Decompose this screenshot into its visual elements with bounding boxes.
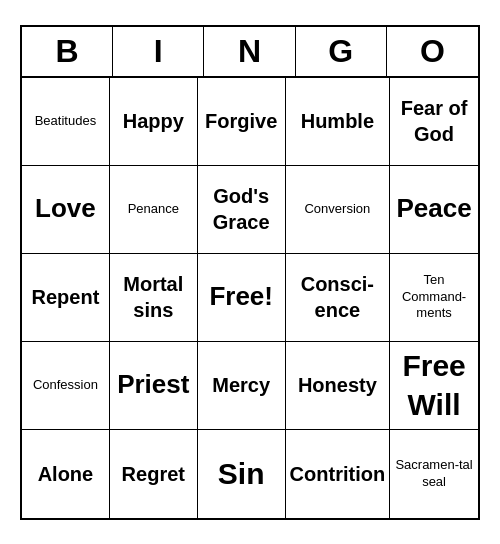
bingo-cell: Alone <box>22 430 110 518</box>
bingo-cell: Mercy <box>198 342 286 430</box>
bingo-cell: Free! <box>198 254 286 342</box>
bingo-cell: Priest <box>110 342 198 430</box>
bingo-header: BINGO <box>22 27 478 78</box>
bingo-cell: Sacramen-tal seal <box>390 430 478 518</box>
bingo-cell: Free Will <box>390 342 478 430</box>
bingo-cell: Peace <box>390 166 478 254</box>
bingo-cell: Sin <box>198 430 286 518</box>
cell-text: Sin <box>218 454 265 493</box>
cell-text: Penance <box>128 201 179 218</box>
cell-text: God's Grace <box>202 183 281 235</box>
header-letter: B <box>22 27 113 76</box>
header-letter: I <box>113 27 204 76</box>
cell-text: Contrition <box>290 461 386 487</box>
cell-text: Sacramen-tal seal <box>394 457 474 491</box>
bingo-cell: Happy <box>110 78 198 166</box>
bingo-cell: Forgive <box>198 78 286 166</box>
cell-text: Forgive <box>205 108 277 134</box>
bingo-cell: Consci-ence <box>286 254 391 342</box>
cell-text: Repent <box>32 284 100 310</box>
cell-text: Ten Command-ments <box>394 272 474 323</box>
cell-text: Humble <box>301 108 374 134</box>
bingo-cell: Honesty <box>286 342 391 430</box>
cell-text: Honesty <box>298 372 377 398</box>
bingo-cell: Conversion <box>286 166 391 254</box>
bingo-cell: Regret <box>110 430 198 518</box>
cell-text: Peace <box>396 192 471 226</box>
cell-text: Confession <box>33 377 98 394</box>
bingo-cell: Contrition <box>286 430 391 518</box>
header-letter: G <box>296 27 387 76</box>
bingo-cell: Ten Command-ments <box>390 254 478 342</box>
bingo-cell: Confession <box>22 342 110 430</box>
cell-text: Love <box>35 192 96 226</box>
cell-text: Free Will <box>394 346 474 424</box>
cell-text: Free! <box>209 280 273 314</box>
cell-text: Alone <box>38 461 94 487</box>
bingo-cell: Beatitudes <box>22 78 110 166</box>
bingo-cell: Mortal sins <box>110 254 198 342</box>
bingo-cell: Fear of God <box>390 78 478 166</box>
bingo-cell: God's Grace <box>198 166 286 254</box>
cell-text: Priest <box>117 368 189 402</box>
bingo-cell: Humble <box>286 78 391 166</box>
cell-text: Mercy <box>212 372 270 398</box>
header-letter: N <box>204 27 295 76</box>
bingo-cell: Love <box>22 166 110 254</box>
cell-text: Happy <box>123 108 184 134</box>
bingo-cell: Penance <box>110 166 198 254</box>
bingo-grid: BeatitudesHappyForgiveHumbleFear of GodL… <box>22 78 478 518</box>
cell-text: Regret <box>122 461 185 487</box>
header-letter: O <box>387 27 478 76</box>
cell-text: Fear of God <box>394 95 474 147</box>
bingo-card: BINGO BeatitudesHappyForgiveHumbleFear o… <box>20 25 480 520</box>
cell-text: Mortal sins <box>114 271 193 323</box>
bingo-cell: Repent <box>22 254 110 342</box>
cell-text: Beatitudes <box>35 113 96 130</box>
cell-text: Conversion <box>304 201 370 218</box>
cell-text: Consci-ence <box>290 271 386 323</box>
